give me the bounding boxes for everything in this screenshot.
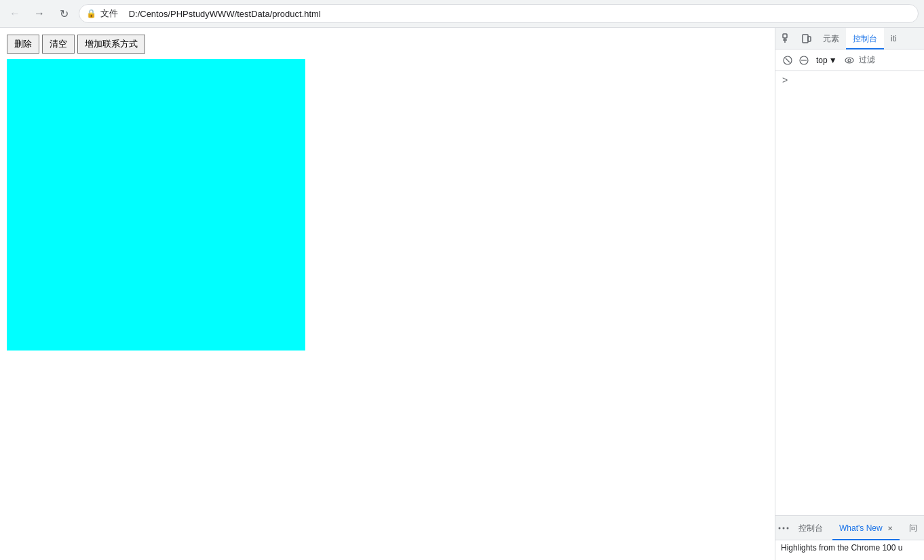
svg-point-12 — [783, 527, 785, 529]
inspect-element-icon[interactable] — [778, 29, 797, 48]
devtools-content-area[interactable]: > — [775, 71, 924, 515]
clear-button[interactable]: 清空 — [42, 35, 75, 54]
forward-button[interactable]: → — [30, 4, 49, 23]
tab-iti[interactable]: iti — [884, 28, 904, 49]
back-button[interactable]: ← — [5, 4, 24, 23]
whats-new-close-icon[interactable]: ✕ — [887, 525, 893, 532]
cyan-box — [7, 59, 305, 351]
eye-icon[interactable] — [843, 54, 856, 67]
svg-rect-4 — [808, 37, 811, 41]
delete-button[interactable]: 删除 — [7, 35, 39, 54]
refresh-button[interactable]: ↻ — [54, 4, 73, 23]
whats-new-label: What's New — [839, 523, 883, 533]
bottom-menu-icon[interactable] — [778, 520, 789, 536]
chevron-down-icon: ▼ — [829, 56, 837, 65]
tab-whats-new[interactable]: What's New ✕ — [832, 516, 900, 540]
add-contact-button[interactable]: 增加联系方式 — [77, 35, 145, 54]
devtools-bottom-drawer: 控制台 What's New ✕ 问 Highlights from the C… — [775, 515, 924, 560]
svg-rect-3 — [803, 35, 808, 43]
devtools-panel: 元素 控制台 iti top ▼ 过滤 > — [775, 28, 924, 560]
svg-point-9 — [845, 58, 853, 63]
context-label: top — [816, 56, 828, 65]
device-toggle-icon[interactable] — [797, 29, 816, 48]
svg-rect-0 — [783, 34, 787, 38]
url-separator — [122, 9, 125, 19]
devtools-secondary-toolbar: top ▼ 过滤 — [775, 49, 924, 71]
svg-line-6 — [786, 58, 790, 62]
svg-point-11 — [779, 527, 781, 529]
page-buttons: 删除 清空 增加联系方式 — [7, 35, 768, 54]
svg-point-13 — [787, 527, 789, 529]
bottom-content-area: Highlights from the Chrome 100 u — [775, 540, 924, 560]
block-icon[interactable] — [797, 54, 811, 67]
filter-label: 过滤 — [859, 54, 875, 66]
console-prompt-icon[interactable]: > — [781, 73, 789, 87]
lock-icon: 🔒 — [86, 9, 96, 18]
tab-console-bottom[interactable]: 控制台 — [792, 516, 830, 540]
tab-elements[interactable]: 元素 — [816, 28, 846, 49]
main-layout: 删除 清空 增加联系方式 元素 控制台 iti — [0, 28, 924, 560]
whats-new-text: Highlights from the Chrome 100 u — [781, 543, 902, 553]
url-text: 文件 — [100, 7, 118, 20]
clear-console-icon[interactable] — [781, 54, 794, 67]
url-path: D:/Centos/PHPstudyWWW/testData/product.h… — [129, 9, 321, 19]
browser-nav-bar: ← → ↻ 🔒 文件 D:/Centos/PHPstudyWWW/testDat… — [0, 0, 924, 27]
page-content: 删除 清空 增加联系方式 — [0, 28, 775, 560]
tab-console[interactable]: 控制台 — [846, 28, 884, 49]
address-bar[interactable]: 🔒 文件 D:/Centos/PHPstudyWWW/testData/prod… — [79, 4, 919, 23]
bottom-tabs-bar: 控制台 What's New ✕ 问 — [775, 516, 924, 540]
devtools-main-tabs: 元素 控制台 iti — [775, 28, 924, 49]
context-selector[interactable]: top ▼ — [813, 54, 840, 66]
tab-questions[interactable]: 问 — [902, 516, 924, 540]
svg-point-10 — [848, 59, 851, 62]
